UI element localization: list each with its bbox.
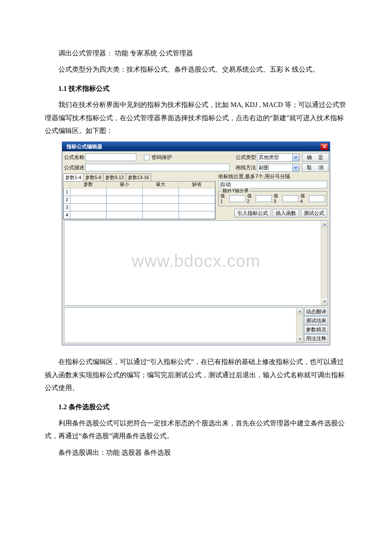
arrow-up-icon (321, 221, 328, 228)
label-v1: 值1 (220, 193, 228, 204)
paragraph: 利用条件选股公式可以把符合一定技术形态的个股选出来，首先在公式管理器中建立条件选… (45, 417, 347, 443)
label-extra-y-axis: 额外Y轴分界 (221, 188, 250, 194)
param-wizard-button[interactable]: 参数精灵 (304, 325, 328, 334)
param-cell[interactable] (179, 188, 215, 196)
formula-type-value: 其他类型 (259, 154, 292, 160)
param-cell[interactable] (143, 188, 179, 196)
test-formula-button[interactable]: 测试公式 (301, 209, 327, 217)
label-v3: 值3 (274, 193, 281, 204)
arrow-down-icon (321, 298, 328, 305)
dialog-titlebar: 指标公式编辑器 ✕ (62, 142, 330, 151)
arrow-down-icon (297, 336, 303, 343)
ok-button[interactable]: 确 定 (302, 153, 329, 162)
dynamic-translate-button[interactable]: 动态翻译 (304, 307, 328, 316)
param-cell[interactable] (179, 196, 215, 204)
y-value-2[interactable] (256, 195, 272, 202)
scrollbar[interactable] (321, 221, 328, 305)
param-cell[interactable] (143, 204, 179, 211)
paragraph: 在指标公式编辑区，可以通过“引入指标公式”，在已有指标的基础上修改指标公式，也可… (45, 356, 347, 394)
col-min: 最小 (107, 182, 143, 188)
dialog-title: 指标公式编辑器 (66, 144, 320, 150)
close-icon[interactable]: ✕ (320, 143, 328, 150)
param-tab-1-4[interactable]: 参数1-4 (63, 173, 84, 181)
param-tabs: 参数1-4 参数5-8 参数9-12 参数13-16 (63, 173, 216, 181)
label-v4: 值4 (300, 193, 308, 204)
param-tab-5-8[interactable]: 参数5-8 (83, 173, 104, 181)
section-heading-1-2: 1.2 条件选股公式 (45, 401, 347, 413)
col-param: 参数 (70, 182, 107, 188)
col-max: 最大 (143, 182, 179, 188)
label-draw-method: 画线方法 (235, 165, 257, 171)
param-tab-9-12[interactable]: 参数9-12 (103, 173, 126, 181)
row-num: 1 (63, 188, 70, 196)
paragraph: 条件选股调出：功能 选股器 条件选股 (45, 446, 347, 459)
password-protect-checkbox[interactable] (144, 155, 150, 160)
param-cell[interactable] (70, 188, 107, 196)
formula-name-input[interactable] (85, 153, 136, 161)
chevron-down-icon (292, 164, 299, 171)
extra-y-fieldset: 额外Y轴分界 值1 值2 值3 值4 (218, 191, 327, 206)
import-formula-button[interactable]: 引入指标公式 (234, 209, 271, 217)
label-formula-name: 公式名称 (63, 154, 85, 160)
y-value-4[interactable] (309, 195, 325, 202)
col-default: 缺省 (179, 182, 215, 188)
y-value-3[interactable] (282, 195, 299, 202)
param-cell[interactable] (70, 204, 107, 211)
param-tab-13-16[interactable]: 参数13-16 (126, 173, 151, 181)
param-cell[interactable] (107, 196, 143, 204)
formula-editor-textarea[interactable]: www.bdocx.com (64, 220, 328, 306)
draw-method-value: 副图 (259, 165, 292, 171)
param-cell[interactable] (107, 211, 143, 219)
usage-notes-button[interactable]: 用法注释 (304, 334, 328, 343)
row-num: 4 (63, 211, 70, 219)
paragraph: 我们在技术分析界面中见到的指标为技术指标公式，比如 MA, KDJ , MACD… (45, 98, 347, 137)
arrow-up-icon (297, 308, 303, 315)
row-num: 2 (63, 196, 70, 204)
param-cell[interactable] (179, 211, 215, 219)
formula-type-select[interactable]: 其他类型 (257, 153, 300, 162)
chevron-down-icon (292, 154, 299, 161)
param-cell[interactable] (143, 196, 179, 204)
param-cell[interactable] (179, 204, 215, 211)
insert-function-button[interactable]: 插入函数 (273, 209, 299, 217)
param-cell[interactable] (143, 211, 179, 219)
param-cell[interactable] (107, 188, 143, 196)
label-password-protect: 密码保护 (151, 154, 173, 160)
cancel-button[interactable]: 取 消 (302, 163, 329, 172)
scrollbar[interactable] (296, 308, 303, 343)
formula-desc-input[interactable] (85, 164, 230, 171)
param-grid: 参数 最小 最大 缺省 1 2 3 4 (63, 181, 216, 220)
formula-editor-dialog: 指标公式编辑器 ✕ 公式名称 密码保护 公式类型 其他类型 确 定 (62, 142, 330, 345)
label-formula-desc: 公式描述 (63, 165, 85, 171)
test-result-button[interactable]: 测试结果 (304, 316, 328, 325)
section-heading-1-1: 1.1 技术指标公式 (45, 82, 347, 95)
paragraph: 调出公式管理器： 功能 专家系统 公式管理器 (45, 47, 347, 60)
row-num: 3 (63, 204, 70, 211)
y-value-1[interactable] (229, 195, 245, 202)
output-textarea[interactable] (64, 307, 303, 343)
label-formula-type: 公式类型 (235, 154, 257, 160)
param-cell[interactable] (107, 204, 143, 211)
param-cell[interactable] (70, 211, 107, 219)
draw-method-select[interactable]: 副图 (257, 164, 300, 172)
paragraph: 公式类型分为四大类：技术指标公式、条件选股公式、交易系统公式、五彩 K 线公式。 (45, 63, 347, 76)
label-coord-positions: 坐标线位置,最多7个,用分号分隔 (218, 173, 327, 179)
coord-input[interactable] (218, 181, 327, 188)
label-v2: 值2 (247, 193, 254, 204)
param-cell[interactable] (70, 196, 107, 204)
